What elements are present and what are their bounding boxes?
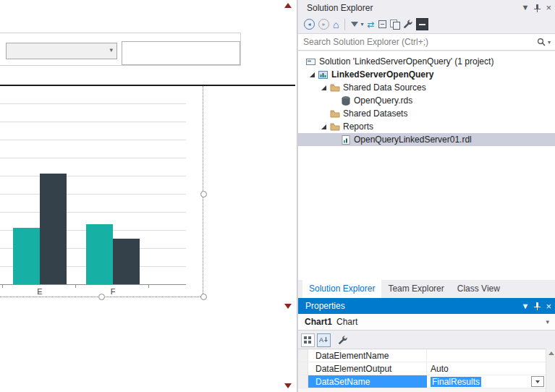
filter-icon[interactable] — [351, 22, 358, 27]
tool-window-tabs: Solution Explorer Team Explorer Class Vi… — [298, 280, 555, 298]
object-name: Chart1 — [305, 317, 332, 327]
alphabetical-icon: A — [319, 336, 329, 344]
properties-header: Properties ▼ × — [298, 298, 555, 314]
properties-title: Properties — [302, 301, 522, 311]
solution-icon — [305, 57, 316, 67]
tool-window-column: Solution Explorer ▼ × ◂ ▸ ⌂ ▾ ⇄ Search S… — [297, 0, 555, 392]
folder-icon — [329, 122, 340, 131]
designer-dropdown[interactable]: ▾ — [6, 43, 117, 59]
chart-bar — [113, 239, 140, 284]
property-value — [427, 349, 546, 362]
scroll-down-arrow[interactable] — [284, 304, 292, 309]
expander-icon[interactable] — [321, 124, 326, 129]
property-row[interactable]: DataElementName — [298, 349, 546, 362]
property-grid-scrollbar[interactable] — [546, 349, 555, 392]
solution-tree: Solution 'LinkedServerOpenQuery' (1 proj… — [298, 51, 555, 280]
scroll-down-arrow[interactable] — [284, 383, 292, 388]
alphabetical-button[interactable]: A — [317, 333, 331, 347]
properties-panel: Properties ▼ × Chart1 Chart ▾ A — [298, 298, 555, 392]
chart-plot-area[interactable] — [0, 86, 186, 285]
tab-team-explorer[interactable]: Team Explorer — [381, 280, 450, 298]
categorized-button[interactable] — [301, 333, 315, 347]
property-name: DataSetName — [308, 375, 427, 388]
tab-class-view[interactable]: Class View — [451, 280, 507, 298]
sync-active-document-icon[interactable]: ⇄ — [367, 20, 374, 29]
property-name: DataElementOutput — [308, 362, 427, 375]
preview-selected-items-toggle[interactable] — [416, 18, 428, 30]
tree-item-openquery-rds[interactable]: OpenQuery.rds — [298, 94, 555, 107]
grid-gutter — [298, 375, 308, 388]
tree-item-project[interactable]: LinkedServerOpenQuery — [298, 68, 555, 81]
property-grid: DataElementName DataElementOutput Auto D… — [298, 349, 546, 388]
wrench-icon[interactable] — [403, 20, 412, 29]
selection-handle-right[interactable] — [200, 191, 207, 197]
home-icon[interactable]: ⌂ — [333, 20, 339, 30]
visual-studio-window: ▾ EF Solution Explorer ▼ × — [0, 0, 555, 392]
property-pages-button[interactable] — [336, 333, 349, 347]
expander-icon[interactable] — [321, 85, 326, 90]
grid-gutter — [298, 349, 308, 362]
property-value: Auto — [427, 362, 546, 375]
solution-explorer-header: Solution Explorer ▼ × — [298, 0, 555, 15]
report-icon — [340, 135, 351, 145]
forward-icon[interactable]: ▸ — [318, 19, 329, 30]
pin-icon[interactable] — [534, 302, 541, 310]
chevron-down-icon: ▾ — [109, 46, 113, 54]
properties-toolbar: A — [298, 331, 555, 349]
chevron-down-icon[interactable]: ▼ — [522, 302, 530, 310]
selection-handle-corner[interactable] — [200, 294, 207, 300]
database-icon — [340, 96, 351, 106]
toolbar-separator — [344, 19, 345, 30]
tab-solution-explorer[interactable]: Solution Explorer — [302, 280, 381, 298]
search-placeholder: Search Solution Explorer (Ctrl+;) — [303, 37, 537, 47]
tree-item-shared-data-sources[interactable]: Shared Data Sources — [298, 81, 555, 94]
folder-icon — [329, 83, 340, 92]
collapse-all-icon[interactable] — [378, 20, 386, 28]
property-row[interactable]: DataElementOutput Auto — [298, 362, 546, 375]
expander-icon[interactable] — [310, 72, 315, 77]
grid-gutter — [298, 362, 308, 375]
value-dropdown-button[interactable] — [531, 376, 544, 387]
solution-explorer-title: Solution Explorer — [302, 3, 522, 13]
designer-textbox[interactable] — [122, 41, 240, 65]
object-type: Chart — [336, 317, 357, 327]
chart-category-label: E — [25, 287, 54, 296]
chart-bar — [13, 228, 40, 284]
chevron-down-icon[interactable]: ▼ — [522, 4, 530, 12]
close-icon[interactable]: × — [546, 302, 551, 311]
folder-icon — [329, 109, 340, 118]
tree-item-shared-datasets[interactable]: Shared Datasets — [298, 107, 555, 120]
report-designer-surface: ▾ EF — [0, 0, 297, 392]
show-all-files-icon[interactable] — [390, 20, 399, 29]
chart-category-labels: EF — [0, 287, 186, 297]
search-icon[interactable] — [537, 38, 546, 46]
svg-text:A: A — [319, 336, 323, 344]
wrench-icon — [338, 336, 347, 345]
categorized-icon — [304, 336, 312, 344]
chart-bar — [40, 174, 67, 284]
chevron-down-icon: ▾ — [546, 318, 549, 325]
tree-item-solution[interactable]: Solution 'LinkedServerOpenQuery' (1 proj… — [298, 55, 555, 68]
pin-icon[interactable] — [534, 4, 541, 12]
property-row-selected[interactable]: DataSetName FinalResults — [298, 375, 546, 388]
chevron-down-icon — [535, 380, 540, 383]
solution-explorer-toolbar: ◂ ▸ ⌂ ▾ ⇄ — [298, 15, 555, 33]
property-value-editing: FinalResults — [431, 377, 481, 387]
chevron-down-icon[interactable]: ▾ — [360, 21, 363, 27]
scroll-up-arrow[interactable] — [548, 351, 554, 355]
project-icon — [318, 70, 329, 80]
chart-bar — [86, 224, 113, 284]
property-name: DataElementName — [308, 349, 427, 362]
chevron-down-icon[interactable]: ▾ — [548, 39, 551, 46]
tree-item-reports[interactable]: Reports — [298, 120, 555, 133]
solution-explorer-search[interactable]: Search Solution Explorer (Ctrl+;) ▾ — [298, 33, 555, 51]
scroll-up-arrow[interactable] — [284, 3, 292, 8]
selection-handle-bottom[interactable] — [98, 294, 105, 300]
designer-toolbar-band: ▾ — [0, 33, 241, 66]
property-value: FinalResults — [427, 375, 546, 388]
tree-item-report-rdl[interactable]: OpenQueryLinkedServer01.rdl — [298, 133, 555, 146]
back-icon[interactable]: ◂ — [304, 19, 315, 30]
object-selector-combo[interactable]: Chart1 Chart ▾ — [298, 314, 555, 331]
close-icon[interactable]: × — [546, 3, 551, 12]
